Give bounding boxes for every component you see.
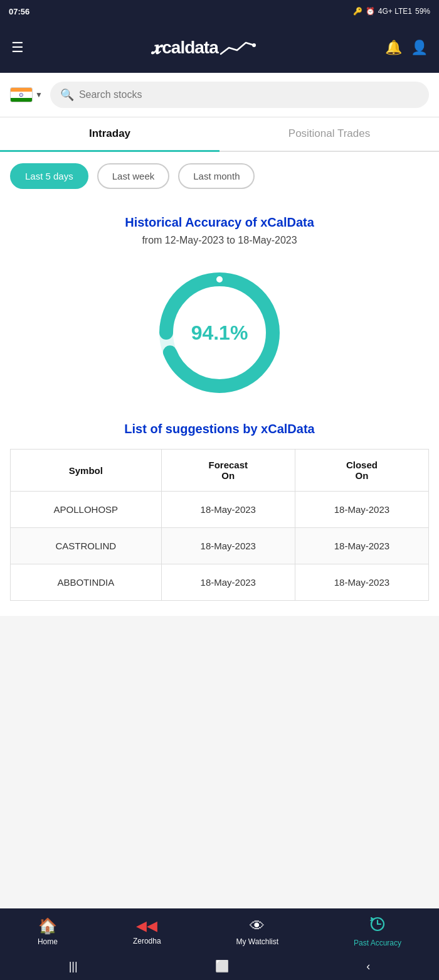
flag-white: ⊙ [11,92,32,98]
tabs: Intraday Positional Trades [0,117,439,152]
stock-table: Symbol ForecastOn ClosedOn APOLLOHOSP 18… [10,449,429,601]
zerodha-icon: ◀◀ [136,918,157,934]
col-symbol: Symbol [11,450,162,492]
status-alarm-icon: ⏰ [366,7,375,16]
search-icon: 🔍 [60,88,74,102]
android-recent-btn[interactable]: ||| [69,960,78,973]
tab-positional[interactable]: Positional Trades [220,117,439,151]
flag-green [11,98,32,102]
user-icon[interactable]: 👤 [411,40,428,56]
nav-zerodha[interactable]: ◀◀ Zerodha [133,918,161,945]
search-box[interactable]: 🔍 [50,82,429,108]
filter-lastweek[interactable]: Last week [97,163,170,189]
ashoka-chakra: ⊙ [19,92,24,98]
col-forecast: ForecastOn [161,450,295,492]
filter-area: Last 5 days Last week Last month [0,152,439,200]
col-closed: ClosedOn [295,450,428,492]
country-dropdown-arrow: ▼ [35,90,43,99]
pastaccuracy-icon [369,916,386,936]
notification-icon[interactable]: 🔔 [385,40,402,56]
donut-chart: 94.1% [151,264,288,402]
accuracy-value: 94.1% [191,321,248,345]
logo-chart-icon [220,36,257,59]
menu-icon[interactable]: ☰ [11,40,24,56]
filter-last5days[interactable]: Last 5 days [10,163,88,189]
nav-home[interactable]: 🏠 Home [38,917,58,946]
table-row: ABBOTINDIA 18-May-2023 18-May-2023 [11,564,429,601]
svg-point-0 [252,43,256,47]
filter-lastmonth[interactable]: Last month [178,163,255,189]
india-flag: ⊙ [10,87,33,102]
suggestions-title: List of suggestions by xCalData [10,422,429,436]
cell-symbol: CASTROLIND [11,528,162,564]
search-input[interactable] [79,89,419,100]
nav-watchlist-label: My Watchlist [236,937,279,946]
cell-closed: 18-May-2023 [295,564,428,601]
android-home-btn[interactable]: ⬜ [215,959,229,973]
table-row: CASTROLIND 18-May-2023 18-May-2023 [11,528,429,564]
bottom-nav: 🏠 Home ◀◀ Zerodha 👁 My Watchlist Past Ac… [0,908,439,952]
status-time: 07:56 [9,7,29,16]
status-signal: 4G+ LTE1 [378,7,412,16]
header-icons: 🔔 👤 [385,40,428,56]
logo-text: caldata [162,38,218,58]
cell-forecast: 18-May-2023 [161,528,295,564]
search-area: ⊙ ▼ 🔍 [0,73,439,117]
accuracy-title: Historical Accuracy of xCalData [10,215,429,230]
status-right: 🔑 ⏰ 4G+ LTE1 59% [353,7,430,16]
accuracy-subtitle: from 12-May-2023 to 18-May-2023 [10,235,429,246]
logo-x: 𝒙 [152,37,161,59]
status-key-icon: 🔑 [353,7,362,16]
cell-closed: 18-May-2023 [295,492,428,528]
cell-forecast: 18-May-2023 [161,564,295,601]
nav-home-label: Home [38,937,58,946]
android-nav: ||| ⬜ ‹ [0,952,439,980]
cell-symbol: APOLLOHOSP [11,492,162,528]
country-selector[interactable]: ⊙ ▼ [10,87,43,102]
app-logo: 𝒙 caldata [24,36,385,59]
cell-symbol: ABBOTINDIA [11,564,162,601]
nav-zerodha-label: Zerodha [133,937,161,945]
nav-pastaccuracy[interactable]: Past Accuracy [354,916,401,947]
table-row: APOLLOHOSP 18-May-2023 18-May-2023 [11,492,429,528]
status-battery: 59% [415,7,430,16]
header: ☰ 𝒙 caldata 🔔 👤 [0,23,439,73]
android-back-btn[interactable]: ‹ [366,960,370,973]
tab-intraday[interactable]: Intraday [0,117,220,152]
home-icon: 🏠 [38,917,57,935]
status-bar: 07:56 🔑 ⏰ 4G+ LTE1 59% [0,0,439,23]
cell-closed: 18-May-2023 [295,528,428,564]
main-content: Historical Accuracy of xCalData from 12-… [0,200,439,616]
nav-pastaccuracy-label: Past Accuracy [354,939,401,947]
svg-point-3 [216,276,223,283]
nav-watchlist[interactable]: 👁 My Watchlist [236,917,279,946]
cell-forecast: 18-May-2023 [161,492,295,528]
watchlist-icon: 👁 [250,917,265,935]
